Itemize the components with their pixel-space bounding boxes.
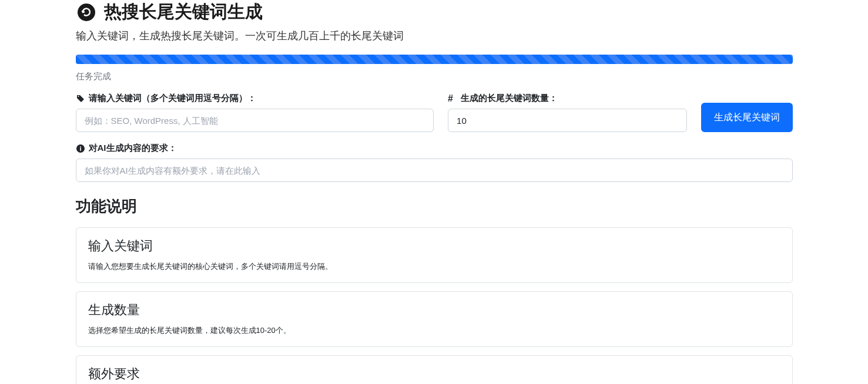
keyword-label-text: 请输入关键词（多个关键词用逗号分隔）： (89, 93, 256, 104)
requirement-input[interactable] (76, 159, 793, 182)
instruction-card: 额外要求 如果您对生成的关键词有特定要求，可以在此处输入，例如"希望关键词与人工… (76, 355, 793, 384)
keyword-label: 请输入关键词（多个关键词用逗号分隔）： (76, 93, 434, 104)
page-title: 热搜长尾关键词生成 (104, 0, 263, 24)
page-subtitle: 输入关键词，生成热搜长尾关键词。一次可生成几百上千的长尾关键词 (76, 29, 793, 43)
count-label: # 生成的长尾关键词数量： (448, 93, 686, 104)
tag-icon (76, 94, 85, 103)
requirement-label-text: 对AI生成内容的要求： (89, 143, 177, 154)
count-input[interactable] (448, 109, 686, 132)
progress-bar (76, 55, 793, 64)
card-title: 输入关键词 (88, 237, 780, 255)
card-title: 额外要求 (88, 365, 780, 383)
card-text: 选择您希望生成的长尾关键词数量，建议每次生成10-20个。 (88, 325, 780, 337)
card-text: 请输入您想要生成长尾关键词的核心关键词，多个关键词请用逗号分隔。 (88, 261, 780, 273)
hash-icon: # (448, 94, 457, 103)
count-label-text: 生成的长尾关键词数量： (461, 93, 558, 104)
keyword-input[interactable] (76, 109, 434, 132)
svg-text:#: # (448, 94, 453, 103)
refresh-circle-icon (76, 2, 97, 23)
instruction-card: 生成数量 选择您希望生成的长尾关键词数量，建议每次生成10-20个。 (76, 291, 793, 347)
instruction-card: 输入关键词 请输入您想要生成长尾关键词的核心关键词，多个关键词请用逗号分隔。 (76, 227, 793, 283)
info-icon: i (76, 144, 85, 153)
requirement-label: i 对AI生成内容的要求： (76, 143, 793, 154)
card-title: 生成数量 (88, 301, 780, 319)
status-text: 任务完成 (76, 71, 793, 82)
svg-point-0 (78, 4, 95, 21)
svg-text:i: i (79, 145, 81, 152)
instructions-title: 功能说明 (76, 196, 793, 217)
generate-button[interactable]: 生成长尾关键词 (701, 103, 793, 132)
